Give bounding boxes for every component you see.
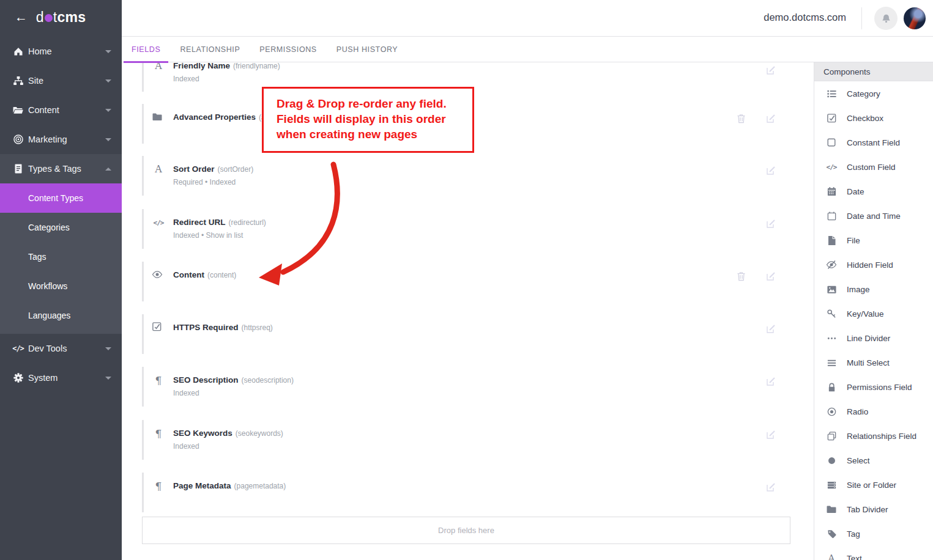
folder-icon — [152, 111, 165, 122]
sidebar-item-tags[interactable]: Tags — [0, 242, 122, 271]
ellipsis-icon — [825, 332, 838, 344]
field-row[interactable]: HTTPS Required(httpsreq) — [142, 314, 792, 354]
component-label: Custom Field — [847, 163, 896, 172]
component-relationships-field[interactable]: Relationships Field — [814, 424, 933, 448]
tab-label: FIELDS — [132, 45, 160, 54]
user-avatar[interactable] — [904, 7, 926, 29]
field-row[interactable]: ¶ SEO Keywords(seokeywords) Indexed — [142, 420, 792, 460]
component-date[interactable]: Date — [814, 179, 933, 204]
chevron-up-icon — [105, 168, 111, 171]
component-constant-field[interactable]: Constant Field — [814, 130, 933, 155]
sidebar-submenu: Content Types Categories Tags Workflows … — [0, 183, 122, 334]
tab-push-history[interactable]: PUSH HISTORY — [329, 37, 406, 62]
edit-field-button[interactable] — [766, 271, 776, 281]
tag-icon — [825, 528, 838, 540]
file-icon — [825, 234, 838, 246]
sidebar-item-categories[interactable]: Categories — [0, 213, 122, 242]
component-label: Text — [847, 554, 862, 560]
calendar-outline-icon — [825, 210, 838, 222]
sidebar-item-content[interactable]: Content — [0, 95, 122, 125]
logo-text: cms — [57, 9, 86, 25]
sidebar-item-languages[interactable]: Languages — [0, 301, 122, 330]
radio-icon — [825, 405, 838, 418]
field-row[interactable]: </> Redirect URL(redirecturl) Indexed • … — [142, 209, 792, 249]
sidebar-item-marketing[interactable]: Marketing — [0, 125, 122, 154]
edit-field-button[interactable] — [766, 482, 776, 492]
component-file[interactable]: File — [814, 228, 933, 252]
edit-field-button[interactable] — [766, 219, 776, 229]
gear-icon — [12, 372, 24, 384]
component-date-and-time[interactable]: Date and Time — [814, 204, 933, 228]
field-name: HTTPS Required — [173, 323, 239, 332]
field-name: Sort Order — [173, 164, 215, 174]
delete-field-button[interactable] — [737, 114, 746, 123]
component-tab-divider[interactable]: Tab Divider — [814, 497, 933, 521]
edit-field-button[interactable] — [766, 65, 776, 75]
letter-a-icon: A — [152, 163, 165, 175]
annotation-line: when creating new pages — [277, 127, 472, 142]
annotation-line: Drag & Drop re-order any field. — [277, 96, 472, 111]
drop-fields-zone[interactable]: Drop fields here — [142, 517, 790, 544]
component-permissions-field[interactable]: Permissions Field — [814, 375, 933, 399]
tab-label: RELATIONSHIP — [180, 45, 240, 54]
tab-bar: FIELDS RELATIONSHIP PERMISSIONS PUSH HIS… — [122, 37, 933, 62]
sidebar-item-home[interactable]: Home — [0, 37, 122, 66]
key-icon — [825, 308, 838, 320]
component-select[interactable]: Select — [814, 448, 933, 473]
home-icon — [12, 46, 24, 57]
field-row[interactable]: ¶ SEO Description(seodescription) Indexe… — [142, 367, 792, 407]
component-line-divider[interactable]: Line Divider — [814, 326, 933, 350]
field-name: Content — [173, 270, 204, 279]
sidebar: ← dtcms Home Site Content Marketing — [0, 0, 122, 560]
tab-fields[interactable]: FIELDS — [124, 37, 168, 62]
component-label: Multi Select — [847, 358, 890, 367]
component-custom-field[interactable]: </> Custom Field — [814, 155, 933, 179]
component-hidden-field[interactable]: Hidden Field — [814, 252, 933, 277]
edit-field-button[interactable] — [766, 166, 776, 175]
component-label: Relationships Field — [847, 432, 916, 441]
chevron-down-icon — [105, 377, 111, 380]
component-radio[interactable]: Radio — [814, 399, 933, 424]
field-name: SEO Description — [173, 375, 239, 385]
field-variable: (pagemetadata) — [234, 482, 286, 490]
edit-field-button[interactable] — [766, 430, 776, 440]
edit-field-button[interactable] — [766, 377, 776, 386]
component-checkbox[interactable]: Checkbox — [814, 106, 933, 130]
component-multi-select[interactable]: Multi Select — [814, 350, 933, 375]
chevron-down-icon — [105, 50, 111, 53]
sidebar-item-content-types[interactable]: Content Types — [0, 183, 122, 213]
field-row[interactable]: Content(content) — [142, 262, 792, 301]
component-label: Select — [847, 456, 870, 465]
server-icon — [825, 479, 838, 491]
component-key-value[interactable]: Key/Value — [814, 301, 933, 326]
delete-field-button[interactable] — [737, 271, 746, 281]
sidebar-item-types-tags[interactable]: Types & Tags — [0, 154, 122, 183]
field-row[interactable]: A Sort Order(sortOrder) Required • Index… — [142, 156, 792, 196]
sidebar-item-label: Marketing — [28, 134, 67, 144]
component-tag[interactable]: Tag — [814, 521, 933, 546]
field-variable: (friendlyname) — [233, 62, 280, 70]
sidebar-item-site[interactable]: Site — [0, 66, 122, 95]
tab-permissions[interactable]: PERMISSIONS — [251, 37, 324, 62]
checkbox-icon — [152, 322, 165, 332]
code-icon: </> — [12, 343, 24, 355]
notifications-button[interactable] — [874, 7, 898, 30]
field-variable: (sortOrder) — [218, 165, 254, 174]
field-row[interactable]: ¶ Page Metadata(pagemetadata) — [142, 473, 792, 512]
component-label: Tab Divider — [847, 505, 888, 514]
sidebar-subitem-label: Workflows — [28, 281, 67, 291]
component-text[interactable]: A Text — [814, 546, 933, 560]
edit-field-button[interactable] — [766, 324, 776, 334]
sidebar-item-workflows[interactable]: Workflows — [0, 271, 122, 301]
component-image[interactable]: Image — [814, 277, 933, 301]
component-site-or-folder[interactable]: Site or Folder — [814, 473, 933, 497]
tab-relationship[interactable]: RELATIONSHIP — [172, 37, 248, 62]
current-site[interactable]: demo.dotcms.com — [764, 12, 846, 23]
chevron-down-icon — [105, 109, 111, 112]
sidebar-item-dev-tools[interactable]: </> Dev Tools — [0, 334, 122, 363]
component-category[interactable]: Category — [814, 81, 933, 106]
edit-field-button[interactable] — [766, 114, 776, 123]
field-meta: Indexed — [173, 389, 792, 397]
copy-icon — [825, 430, 838, 442]
sidebar-item-system[interactable]: System — [0, 363, 122, 392]
